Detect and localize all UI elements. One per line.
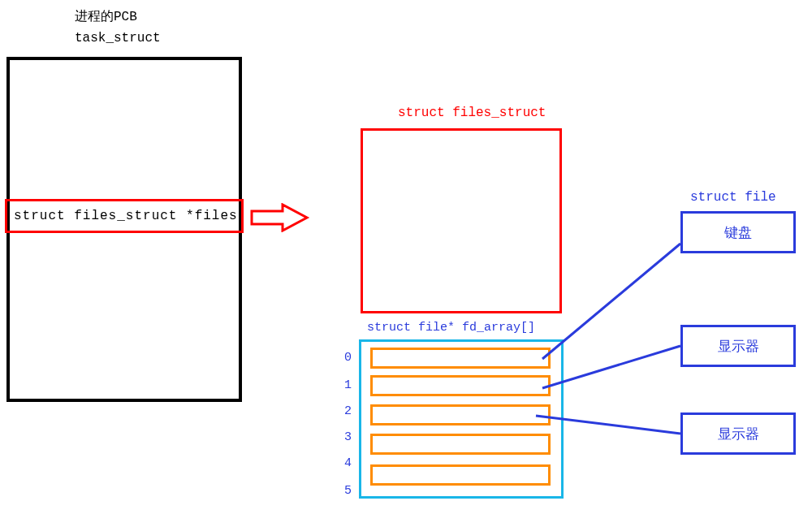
files-struct-box	[361, 128, 562, 313]
files-struct-label: struct files_struct	[398, 106, 546, 120]
file-label: 显示器	[718, 425, 759, 443]
files-pointer-field: struct files_struct *files	[5, 199, 244, 233]
fd-slot	[370, 404, 551, 425]
file-box-display-2: 显示器	[680, 412, 796, 455]
fd-index: 0	[344, 351, 352, 365]
fd-slot	[370, 375, 551, 396]
fd-index: 1	[344, 378, 352, 392]
struct-file-label: struct file	[690, 190, 776, 205]
file-label: 显示器	[718, 337, 759, 356]
arrow-icon	[250, 203, 315, 232]
fd-slot	[370, 464, 551, 486]
fd-index: 2	[344, 404, 352, 418]
fd-array-label: struct file* fd_array[]	[367, 321, 535, 335]
fd-index: 4	[344, 456, 352, 470]
pcb-title: 进程的PCB	[75, 8, 137, 25]
task-struct-label: task_struct	[75, 31, 161, 45]
file-label: 键盘	[724, 223, 752, 242]
fd-slot	[370, 434, 551, 455]
files-pointer-text: struct files_struct *files	[14, 209, 238, 223]
fd-index: 3	[344, 430, 352, 444]
file-box-display-1: 显示器	[680, 325, 796, 367]
fd-index: 5	[344, 484, 352, 498]
file-box-keyboard: 键盘	[680, 211, 796, 253]
fd-slot	[370, 348, 551, 369]
